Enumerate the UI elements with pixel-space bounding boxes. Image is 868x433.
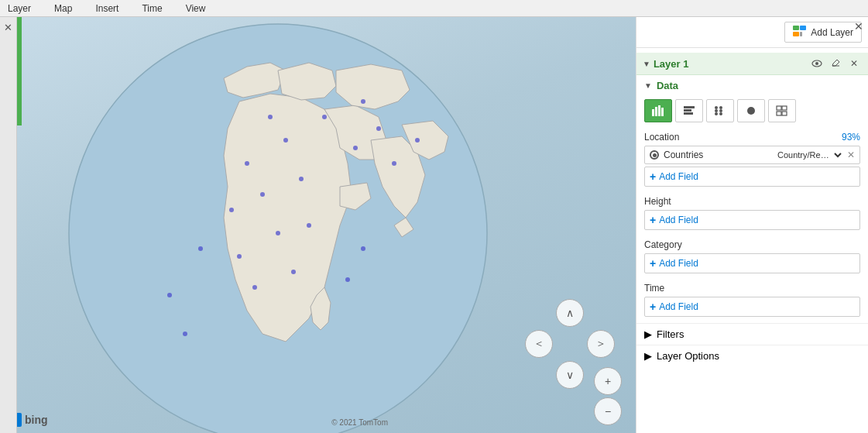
data-section-title: Data: [657, 80, 678, 91]
svg-rect-31: [652, 109, 654, 116]
layer-edit-btn[interactable]: [828, 56, 843, 71]
svg-rect-33: [658, 105, 660, 116]
nav-up-btn[interactable]: ∧: [556, 299, 584, 327]
svg-point-29: [815, 62, 818, 65]
height-add-field-btn[interactable]: + Add Field: [644, 210, 860, 230]
svg-point-44: [747, 107, 755, 115]
green-indicator: [17, 17, 22, 125]
left-tabs: ✕: [0, 17, 17, 433]
svg-point-16: [198, 246, 203, 251]
layer-actions: ✕: [809, 56, 862, 71]
filters-title: Filters: [657, 328, 684, 340]
location-field-row: Countries Country/Region Province/State …: [644, 146, 860, 164]
location-add-label: Add Field: [659, 171, 698, 182]
zoom-out-btn[interactable]: −: [594, 397, 622, 425]
location-add-plus: +: [650, 170, 656, 183]
menu-map[interactable]: Map: [54, 3, 72, 14]
layer-options-title: Layer Options: [657, 350, 719, 362]
time-section: Time + Add Field: [636, 280, 868, 323]
chart-bar2-btn[interactable]: [675, 99, 703, 122]
menu-layer[interactable]: Layer: [8, 3, 31, 14]
left-close-btn[interactable]: ✕: [4, 22, 12, 33]
panel-content: ▼ Layer 1 ✕ ▼: [636, 48, 868, 433]
svg-rect-45: [777, 106, 781, 110]
location-remove-btn[interactable]: ✕: [847, 149, 855, 160]
panel-close-btn[interactable]: ✕: [854, 20, 863, 33]
layer-options-section[interactable]: ▶ Layer Options: [636, 345, 868, 366]
svg-point-9: [307, 223, 311, 228]
svg-point-8: [291, 270, 296, 274]
category-add-plus: +: [650, 257, 656, 270]
time-add-field-btn[interactable]: + Add Field: [644, 297, 860, 317]
chart-scatter-btn[interactable]: [706, 99, 734, 122]
svg-rect-24: [793, 26, 799, 30]
category-section: Category + Add Field: [636, 236, 868, 280]
chart-circle-btn[interactable]: [737, 99, 765, 122]
svg-point-11: [353, 146, 358, 150]
svg-point-15: [229, 208, 234, 212]
layer-delete-btn[interactable]: ✕: [846, 56, 862, 71]
location-field-value: Countries: [664, 149, 774, 160]
svg-point-6: [237, 254, 242, 259]
location-label: Location 93%: [644, 132, 860, 143]
svg-point-1: [245, 161, 249, 166]
location-radio[interactable]: [650, 150, 659, 160]
layer-visibility-btn[interactable]: [809, 56, 825, 71]
globe-svg: [15, 17, 557, 433]
nav-down-btn[interactable]: ∨: [556, 361, 584, 389]
svg-point-12: [392, 161, 396, 166]
category-label: Category: [644, 239, 860, 250]
svg-point-40: [715, 112, 718, 115]
svg-point-42: [719, 109, 722, 112]
chart-grid-btn[interactable]: [768, 99, 796, 122]
panel-header: Add Layer: [636, 17, 868, 48]
menu-insert[interactable]: Insert: [95, 3, 118, 14]
nav-left-btn[interactable]: ＜: [525, 330, 553, 358]
svg-rect-47: [777, 112, 781, 115]
svg-rect-46: [782, 106, 787, 110]
svg-point-10: [322, 115, 327, 119]
data-section-header[interactable]: ▼ Data: [636, 75, 868, 96]
nav-right-btn[interactable]: ＞: [587, 330, 615, 358]
svg-rect-25: [800, 26, 806, 30]
svg-point-39: [715, 109, 718, 112]
layer-row: ▼ Layer 1 ✕: [636, 53, 868, 75]
location-add-field-btn[interactable]: + Add Field: [644, 167, 860, 187]
svg-point-3: [283, 138, 288, 143]
time-add-label: Add Field: [659, 301, 698, 312]
menu-view[interactable]: View: [186, 3, 206, 14]
svg-point-21: [361, 246, 365, 251]
location-type-select[interactable]: Country/Region Province/State City: [774, 149, 844, 160]
bing-text: bing: [25, 414, 48, 426]
layer-arrow[interactable]: ▼: [643, 60, 650, 68]
svg-rect-26: [793, 32, 799, 36]
svg-point-18: [183, 332, 187, 336]
svg-point-13: [376, 126, 381, 131]
category-add-label: Add Field: [659, 258, 698, 269]
location-pct: 93%: [842, 132, 860, 143]
svg-point-38: [715, 106, 718, 109]
filters-arrow: ▶: [644, 328, 652, 340]
height-add-plus: +: [650, 214, 656, 226]
category-add-field-btn[interactable]: + Add Field: [644, 253, 860, 273]
time-add-plus: +: [650, 301, 656, 313]
svg-rect-34: [661, 108, 664, 116]
svg-point-4: [299, 177, 304, 181]
layer-name: Layer 1: [654, 58, 809, 70]
height-add-label: Add Field: [659, 215, 698, 225]
zoom-in-btn[interactable]: +: [594, 367, 622, 395]
chart-icon-group: [636, 96, 868, 129]
add-layer-button[interactable]: Add Layer: [784, 22, 862, 43]
filters-section[interactable]: ▶ Filters: [636, 323, 868, 345]
menu-time[interactable]: Time: [142, 3, 162, 14]
side-panel: ✕ Add Layer ▼ Layer 1: [636, 17, 868, 433]
svg-point-17: [167, 293, 172, 297]
svg-rect-32: [655, 107, 657, 116]
chart-bar-btn[interactable]: [644, 99, 672, 122]
svg-point-22: [345, 277, 350, 282]
svg-point-43: [719, 112, 722, 115]
add-layer-label: Add Layer: [811, 27, 853, 38]
svg-rect-35: [684, 106, 695, 108]
copyright-text: © 2021 TomTom: [331, 418, 388, 427]
svg-rect-37: [684, 112, 693, 115]
